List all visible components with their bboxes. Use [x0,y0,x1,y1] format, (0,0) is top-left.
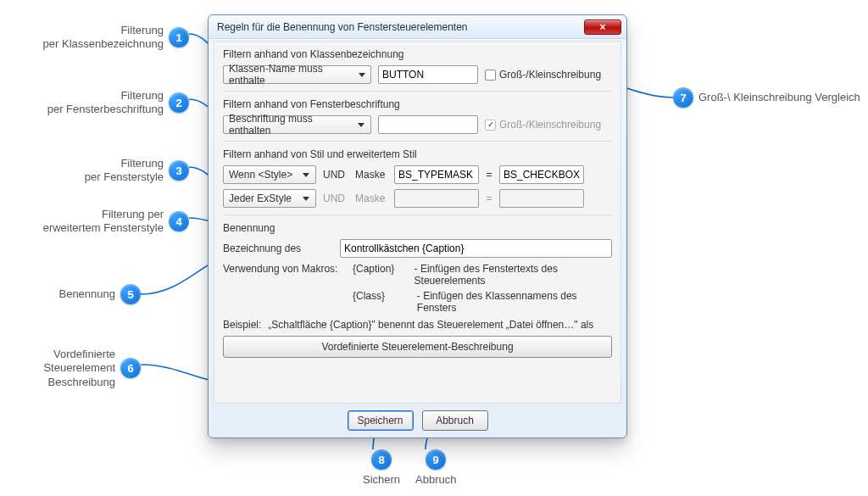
callout-9-label: Abbruch [415,473,456,487]
callout-2-label: Filterung per Fensterbeschriftung [47,89,164,117]
chevron-down-icon [356,116,367,133]
checkbox-icon [485,120,496,131]
style-combo-value: Wenn <Style> [229,169,292,181]
callout-5: Benennung 5 [30,284,141,304]
exstyle-and-label: UND [323,192,348,204]
chevron-down-icon [300,190,312,207]
macro-caption-desc: - Einfügen des Fenstertexts des Steuerel… [415,263,612,287]
chevron-down-icon [300,166,312,183]
callout-6-label: Vordefinierte Steuerelement Beschreibung [43,348,115,389]
caption-case-label: Groß-/Kleinschreibung [499,119,601,131]
exstyle-eq: = [486,192,492,204]
callout-badge-7: 7 [673,87,693,108]
callout-badge-1: 1 [169,27,189,47]
callout-7: Groß-\ Kleinschreibung Vergleich 7 [673,87,860,108]
class-case-label: Groß-/Kleinschreibung [499,69,601,81]
style-and-label: UND [323,169,348,181]
checkbox-icon [485,70,496,81]
save-button-label: Speichern [357,415,403,426]
callout-badge-2: 2 [169,92,189,113]
dialog-client: Filtern anhand von Klassenbezeichnung Kl… [214,41,621,404]
close-button[interactable]: × [584,20,621,35]
predefined-description-label: Vordefinierte Steuerelement-Beschreibung [321,341,513,353]
style-result-input[interactable] [499,165,584,184]
style-combo[interactable]: Wenn <Style> [223,165,316,184]
section-class-filter: Filtern anhand von Klassenbezeichnung Kl… [223,48,612,92]
callout-badge-3: 3 [169,160,189,181]
section-caption-filter: Filtern anhand von Fensterbeschriftung B… [223,98,612,142]
caption-match-combo-value: Beschriftung muss enthalten [229,113,351,137]
caption-case-checkbox: Groß-/Kleinschreibung [485,119,601,131]
callout-badge-8: 8 [371,449,392,470]
section-naming-heading: Benennung [223,222,612,234]
callout-1: Filterung per Klassenbezeichnung 1 [30,24,189,52]
exstyle-mask-input [394,189,479,208]
exstyle-result-input [499,189,584,208]
callout-8-label: Sichern [363,473,400,487]
caption-value-input[interactable] [378,115,478,134]
callout-badge-5: 5 [120,284,141,304]
callout-4: Filterung per erweitertem Fensterstyle 4 [30,208,189,236]
titlebar: Regeln für die Benennung von Fenstersteu… [209,15,626,39]
section-style-filter: Filtern anhand von Stil und erweitertem … [223,148,612,215]
class-case-checkbox[interactable]: Groß-/Kleinschreibung [485,69,601,81]
caption-match-combo[interactable]: Beschriftung muss enthalten [223,115,371,134]
callout-7-label: Groß-\ Kleinschreibung Vergleich [698,91,860,104]
style-mask-input[interactable] [394,165,479,184]
section-naming: Benennung Bezeichnung des Verwendung von… [223,222,612,358]
predefined-description-button[interactable]: Vordefinierte Steuerelement-Beschreibung [223,336,612,358]
dialog-title: Regeln für die Benennung von Fenstersteu… [217,21,584,33]
style-mask-label: Maske [355,169,387,181]
callout-1-label: Filterung per Klassenbezeichnung [43,24,164,52]
macro-caption-name: {Caption} [353,263,399,287]
callout-badge-6: 6 [120,358,141,378]
callout-9: 9 Abbruch [415,449,456,487]
section-caption-heading: Filtern anhand von Fensterbeschriftung [223,98,612,110]
naming-label: Bezeichnung des [223,242,333,254]
example-text: „Schaltfläche {Caption}" benennt das Ste… [268,319,593,331]
macro-class-name: {Class} [353,290,402,314]
close-icon: × [599,21,605,33]
section-class-heading: Filtern anhand von Klassenbezeichnung [223,48,612,60]
example-label: Beispiel: [223,319,261,331]
macro-class-desc: - Einfügen des Klassennamens des Fenster… [417,290,612,314]
cancel-button[interactable]: Abbruch [422,410,488,431]
save-button[interactable]: Speichern [348,410,414,431]
exstyle-combo[interactable]: Jeder ExStyle [223,189,316,208]
callout-6: Vordefinierte Steuerelement Beschreibung… [30,348,141,389]
cancel-button-label: Abbruch [436,415,474,426]
exstyle-combo-value: Jeder ExStyle [229,192,292,204]
callout-2: Filterung per Fensterbeschriftung 2 [30,89,189,117]
naming-input[interactable] [340,239,612,258]
chevron-down-icon [356,66,367,83]
dialog-buttons: Speichern Abbruch [209,410,626,431]
callout-3-label: Filterung per Fensterstyle [85,157,164,185]
callout-8: 8 Sichern [363,449,400,487]
callout-badge-4: 4 [169,211,189,231]
section-style-heading: Filtern anhand von Stil und erweitertem … [223,148,612,160]
class-value-input[interactable] [378,65,478,84]
class-match-combo-value: Klassen-Name muss enthalte [229,63,351,86]
macros-label: Verwendung von Makros: [223,263,346,275]
dialog-window: Regeln für die Benennung von Fenstersteu… [208,14,627,438]
exstyle-mask-label: Maske [355,192,387,204]
callout-3: Filterung per Fensterstyle 3 [30,157,189,185]
class-match-combo[interactable]: Klassen-Name muss enthalte [223,65,371,84]
callout-4-label: Filterung per erweitertem Fensterstyle [43,208,164,236]
callout-5-label: Benennung [58,287,115,301]
callout-badge-9: 9 [426,449,446,470]
style-eq: = [486,169,492,181]
